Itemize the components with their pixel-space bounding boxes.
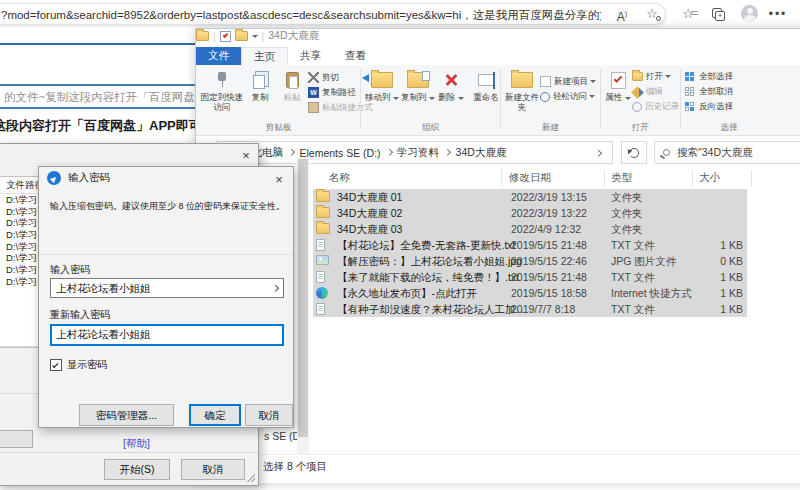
edit-icon: [631, 86, 644, 99]
pin-to-quickaccess-button[interactable]: 固定到快速访问: [200, 68, 244, 112]
file-row[interactable]: 【村花论坛】全免费-无套路-更新快.txt2019/5/15 21:48TXT …: [313, 237, 747, 253]
search-box[interactable]: 搜索"34D大鹿鹿: [654, 141, 800, 164]
edit-button: 编辑: [632, 84, 679, 99]
checkbox-checked-icon[interactable]: [50, 359, 62, 371]
breadcrumb-folder[interactable]: 学习资料: [397, 146, 439, 160]
favorites-add-icon[interactable]: ☆: [642, 5, 662, 23]
cut-icon: [308, 72, 319, 83]
help-link[interactable]: [帮助]: [123, 437, 150, 451]
history-button: 历史记录: [632, 99, 679, 114]
archive-close-icon[interactable]: ×: [238, 148, 254, 163]
combo-dropdown-icon[interactable]: [272, 285, 278, 291]
ribbon-group-new: 新建文件夹 新建项目 轻松访问 新建: [502, 65, 599, 135]
newfolder-qat-icon[interactable]: [235, 31, 248, 41]
address-row: 此电脑 Elements SE (D:) 学习资料 34D大鹿鹿 搜索"34D大…: [196, 139, 800, 167]
paste-icon: [286, 72, 299, 88]
text-file-icon: [316, 303, 325, 315]
new-item-icon: [540, 76, 551, 87]
profile-avatar[interactable]: [741, 5, 758, 22]
page-divider: [0, 43, 196, 45]
copy-to-button[interactable]: 复制到: [400, 68, 436, 102]
breadcrumb-dropdown-icon[interactable]: [595, 150, 601, 156]
select-all-icon: [685, 71, 696, 82]
ribbon-group-select: 全部选择 全部取消 反向选择 选择: [683, 65, 775, 135]
file-row[interactable]: 34D大鹿鹿 012022/3/19 13:15文件夹: [313, 189, 747, 205]
start-button[interactable]: 开始(S): [104, 459, 170, 480]
select-all-button[interactable]: 全部选择: [685, 69, 733, 84]
password-combo[interactable]: 上村花论坛看小姐姐: [50, 278, 284, 298]
nav-scrollbar[interactable]: [297, 157, 309, 457]
explorer-titlebar: | | 34D大鹿鹿: [196, 29, 800, 47]
show-password-checkbox[interactable]: 显示密码: [50, 358, 107, 372]
column-size[interactable]: 大小: [699, 171, 720, 185]
open-button[interactable]: 打开: [632, 69, 679, 84]
favorites-hub-icon[interactable]: ☆——: [678, 5, 698, 23]
qat-dropdown-icon[interactable]: [252, 35, 258, 38]
browse-button[interactable]: ...: [0, 430, 33, 448]
properties-button[interactable]: 属性: [604, 68, 632, 102]
refresh-button[interactable]: [621, 141, 647, 164]
password-dialog-icon: [47, 171, 61, 185]
file-row[interactable]: 【解压密码：】上村花论坛看小姐姐.jpg2019/5/15 22:46JPG 图…: [313, 253, 747, 269]
new-folder-icon: [511, 72, 533, 88]
column-name[interactable]: 名称: [329, 171, 350, 185]
breadcrumb[interactable]: 此电脑 Elements SE (D:) 学习资料 34D大鹿鹿: [216, 141, 613, 164]
move-to-button[interactable]: 移动到: [364, 68, 400, 102]
password-close-icon[interactable]: ×: [271, 172, 287, 187]
ribbon-tabs: 文件 主页 共享 查看: [196, 47, 800, 65]
archive-cancel-button[interactable]: 取消: [181, 459, 245, 480]
new-folder-button[interactable]: 新建文件夹: [504, 68, 540, 112]
internet-shortcut-icon: [316, 287, 328, 299]
paste-button: 粘贴: [276, 68, 308, 102]
file-row[interactable]: 【来了就能下载的论坛，纯免费！】.txt2019/5/15 21:48TXT 文…: [313, 269, 747, 285]
collections-icon[interactable]: +: [708, 5, 728, 23]
scrollbar-thumb[interactable]: [298, 159, 308, 437]
select-none-button[interactable]: 全部取消: [685, 84, 733, 99]
history-icon: [632, 102, 642, 112]
ribbon: 固定到快速访问 复制 粘贴 剪切 W复制路径 粘贴快捷方式: [196, 65, 800, 136]
new-item-button[interactable]: 新建项目: [540, 74, 596, 89]
breadcrumb-drive[interactable]: Elements SE (D:): [300, 147, 381, 159]
rename-icon: [478, 74, 494, 86]
invert-selection-button[interactable]: 反向选择: [685, 99, 733, 114]
search-icon: [663, 149, 670, 156]
move-to-icon: [371, 72, 393, 88]
delete-icon: [443, 72, 459, 88]
ribbon-group-open: 属性 打开 编辑 历史记录 打开: [602, 65, 679, 135]
easy-access-button[interactable]: 轻松访问: [540, 89, 596, 104]
tab-file[interactable]: 文件: [196, 47, 241, 65]
file-row[interactable]: 【有种子却没速度？来村花论坛人工加...2019/7/7 8:18TXT 文件1…: [313, 301, 747, 317]
tab-home[interactable]: 主页: [241, 47, 288, 65]
cancel-button[interactable]: 取消: [245, 404, 293, 426]
app-folder-icon: [196, 31, 209, 41]
file-row[interactable]: 34D大鹿鹿 032022/4/9 12:32文件夹: [313, 221, 747, 237]
tab-share[interactable]: 共享: [288, 47, 333, 65]
screen: ?mod=forum&searchid=8952&orderby=lastpos…: [0, 0, 800, 490]
folder-icon: [316, 191, 330, 202]
confirm-password-input[interactable]: [50, 324, 284, 346]
file-row[interactable]: 【永久地址发布页】-点此打开2019/5/15 18:58Internet 快捷…: [313, 285, 747, 301]
pin-icon: [215, 71, 229, 89]
resize-grip[interactable]: [247, 474, 255, 482]
properties-qat-icon[interactable]: [220, 31, 231, 42]
copy-icon: [253, 75, 265, 89]
browser-menu-icon[interactable]: •••: [768, 5, 788, 23]
column-date[interactable]: 修改日期: [509, 171, 551, 185]
password-label: 输入密码: [50, 263, 90, 277]
read-aloud-icon[interactable]: A): [612, 5, 632, 23]
invert-selection-icon: [685, 101, 696, 112]
text-file-icon: [316, 271, 325, 283]
url-text[interactable]: ?mod=forum&searchid=8952&orderby=lastpos…: [1, 8, 601, 23]
column-type[interactable]: 类型: [611, 171, 632, 185]
password-dialog: 输入密码 × 输入压缩包密码。建议使用至少 8 位的密码来保证安全性。 输入密码…: [38, 166, 294, 428]
file-row[interactable]: 34D大鹿鹿 022022/3/19 13:22文件夹: [313, 205, 747, 221]
ok-button[interactable]: 确定: [189, 404, 241, 426]
tab-view[interactable]: 查看: [333, 47, 378, 65]
password-dialog-title: 输入密码: [68, 171, 110, 185]
open-icon: [632, 72, 643, 81]
breadcrumb-current[interactable]: 34D大鹿鹿: [456, 146, 507, 160]
password-manager-button[interactable]: 密码管理器...: [79, 404, 174, 426]
delete-button[interactable]: 删除: [436, 68, 466, 102]
copy-button[interactable]: 复制: [244, 68, 276, 102]
image-file-icon: [316, 255, 329, 265]
